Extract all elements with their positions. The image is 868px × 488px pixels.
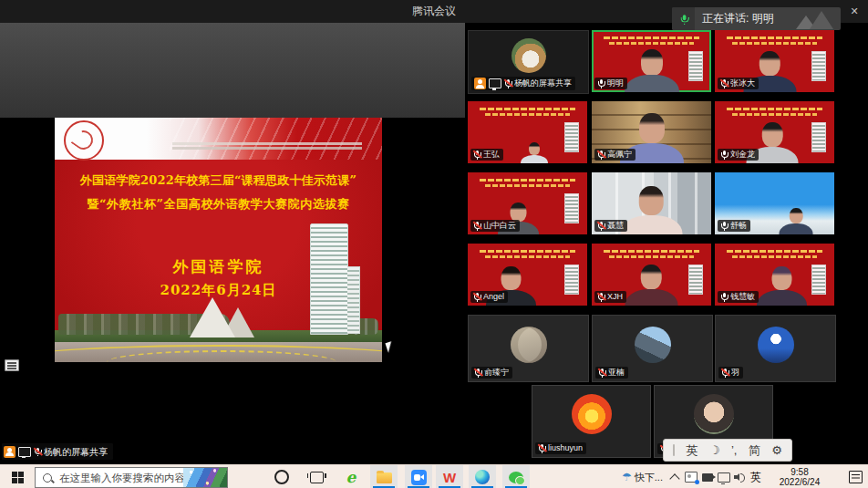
tray-volume[interactable]: [731, 465, 748, 488]
ime-punctuation-button[interactable]: ’,: [731, 444, 738, 456]
ime-moon-icon[interactable]: ☽: [709, 444, 720, 456]
speaking-label: 正在讲话: 明明: [702, 11, 774, 26]
file-explorer-button[interactable]: [370, 465, 398, 488]
participant-name: 亚楠: [608, 368, 625, 378]
participant-label: 亚楠: [595, 367, 628, 379]
mic-muted-icon: [34, 447, 41, 456]
input-language-indicator[interactable]: 英: [748, 465, 764, 488]
mic-muted-icon: [720, 79, 728, 88]
wps-icon: W: [443, 471, 456, 484]
participant-tile[interactable]: 刘金龙: [715, 101, 834, 163]
taskbar: e W ☂ 快下... 英 9:58 2022/6/24: [0, 464, 868, 488]
participant-tile[interactable]: 钱慧敏: [715, 244, 834, 306]
participant-name: 聂慧: [607, 221, 624, 231]
participant-label: 张冰大: [718, 78, 759, 89]
participant-name: 羽: [731, 368, 739, 378]
building-graphic: [564, 122, 579, 152]
campus-building-graphic: [310, 223, 348, 335]
speaking-toast: 正在讲话: 明明: [672, 7, 841, 30]
participant-label: 聂慧: [594, 220, 627, 232]
participant-label: 明明: [594, 78, 627, 89]
presenter-name: 杨帆的屏幕共享: [44, 447, 108, 457]
participant-tile[interactable]: 王弘: [468, 101, 587, 163]
person-video: [521, 142, 548, 163]
mouse-cursor-icon: [385, 341, 394, 353]
participant-label: 羽: [718, 367, 743, 379]
close-button[interactable]: ✕: [841, 0, 868, 23]
ime-lang-button[interactable]: 英: [687, 444, 698, 456]
browser-button[interactable]: e: [337, 465, 365, 488]
mic-muted-icon: [597, 151, 604, 160]
wps-button[interactable]: W: [436, 465, 463, 488]
tray-display[interactable]: [717, 465, 731, 488]
wechat-icon: [509, 472, 523, 483]
building-graphic: [688, 51, 703, 81]
participant-tile[interactable]: 张冰大: [715, 30, 834, 92]
edge-button[interactable]: [469, 465, 496, 488]
task-view-button[interactable]: [303, 465, 330, 488]
start-button[interactable]: [0, 465, 35, 488]
participant-tile[interactable]: 聂慧: [592, 172, 711, 234]
screen-share-icon: [489, 78, 501, 88]
search-icon: [43, 473, 52, 483]
participant-tile[interactable]: 明明: [592, 30, 711, 92]
mic-muted-icon: [598, 369, 605, 378]
clock-time: 9:58: [790, 467, 808, 478]
action-center-button[interactable]: [844, 465, 866, 488]
ime-simplified-button[interactable]: 简: [749, 444, 760, 456]
weather-tray-item[interactable]: ☂ 快下...: [622, 465, 666, 488]
slide-org: 外国语学院: [55, 256, 382, 277]
avatar: [512, 38, 546, 73]
participant-tile[interactable]: 俞臻宁: [468, 315, 589, 382]
display-tray-icon: [718, 472, 730, 483]
participant-tile-screen-share[interactable]: 杨帆的屏幕共享: [468, 30, 589, 94]
participant-tile[interactable]: 高佩宁: [592, 101, 711, 163]
participant-name: 俞臻宁: [484, 368, 509, 378]
participant-name: Angel: [483, 292, 504, 302]
tray-capture-tool[interactable]: [700, 465, 715, 488]
participant-tile[interactable]: Angel: [468, 244, 587, 306]
avatar: [694, 394, 734, 434]
presenter-status-chip: 杨帆的屏幕共享: [2, 443, 113, 460]
screen-share-icon: [18, 447, 31, 457]
participant-tile[interactable]: 亚楠: [592, 315, 713, 382]
wechat-button[interactable]: [502, 465, 530, 488]
presenter-icon: [474, 78, 486, 89]
taskbar-clock[interactable]: 9:58 2022/6/24: [766, 465, 833, 488]
cortana-icon: [274, 470, 289, 484]
lang-text: 英: [750, 470, 761, 485]
shared-slide: 外国语学院2022年校第三届“课程思政十佳示范课” 暨“外教社杯”全国高校外语教…: [55, 118, 382, 362]
participant-tile[interactable]: 羽: [715, 315, 836, 382]
participant-label: 舒畅: [718, 220, 750, 232]
participant-label: Angel: [470, 291, 508, 303]
tray-image-tool[interactable]: [684, 465, 698, 488]
participant-tile[interactable]: XJH: [592, 244, 711, 306]
participant-label: 山中白云: [470, 220, 520, 232]
building-graphic: [811, 51, 826, 81]
ime-drag-handle[interactable]: [673, 444, 675, 456]
person-video: [625, 265, 678, 306]
participant-label: 刘金龙: [718, 149, 759, 161]
ime-toolbar[interactable]: 英 ☽ ’, 简 ⚙: [663, 439, 792, 462]
active-mic-icon: [679, 14, 688, 25]
participant-name: liushuyun: [548, 443, 583, 453]
taskbar-search-box[interactable]: [35, 467, 228, 488]
participant-name: 杨帆的屏幕共享: [514, 78, 572, 88]
tencent-meeting-button[interactable]: [405, 465, 432, 488]
slideshow-nav-icon[interactable]: [5, 359, 19, 371]
participant-tile[interactable]: 山中白云: [468, 172, 587, 234]
slide-title-line1: 外国语学院2022年校第三届“课程思政十佳示范课”: [55, 172, 382, 189]
ime-settings-gear-icon[interactable]: ⚙: [771, 444, 782, 456]
participant-tile[interactable]: liushuyun: [532, 385, 651, 458]
mic-muted-icon: [597, 293, 604, 302]
mic-muted-icon: [597, 222, 604, 231]
browser-e-icon: e: [346, 470, 356, 485]
cortana-button[interactable]: [268, 465, 295, 488]
mic-muted-icon: [721, 369, 728, 378]
participant-tile[interactable]: 舒畅: [715, 172, 834, 234]
shared-app-background: [0, 23, 465, 118]
action-center-icon: [849, 471, 863, 483]
participant-label: 杨帆的屏幕共享: [471, 77, 575, 90]
hidden-icons-button[interactable]: [667, 465, 682, 488]
mic-muted-icon: [473, 222, 480, 231]
